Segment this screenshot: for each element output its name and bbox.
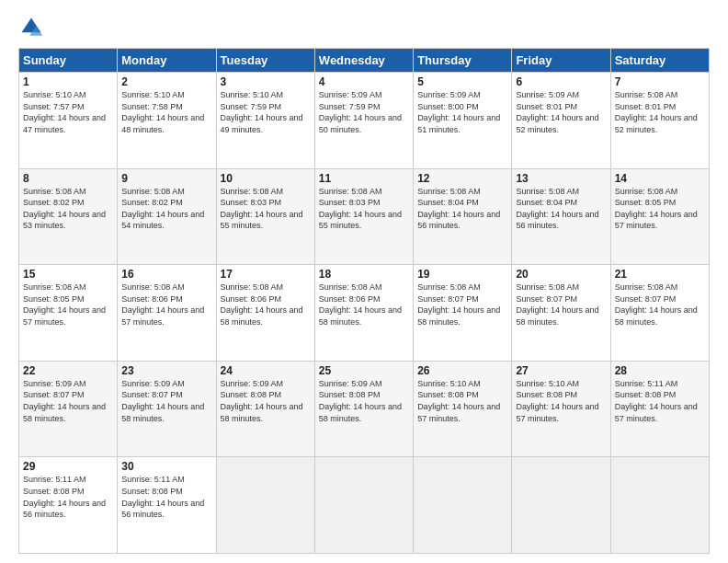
day-info: Sunrise: 5:10 AMSunset: 8:08 PMDaylight:… bbox=[516, 378, 606, 424]
empty-cell bbox=[512, 457, 610, 554]
day-info: Sunrise: 5:08 AMSunset: 8:01 PMDaylight:… bbox=[615, 89, 705, 135]
day-info: Sunrise: 5:08 AMSunset: 8:07 PMDaylight:… bbox=[417, 282, 507, 327]
day-info: Sunrise: 5:08 AMSunset: 8:03 PMDaylight:… bbox=[221, 186, 311, 232]
day-cell-15: 15Sunrise: 5:08 AMSunset: 8:05 PMDayligh… bbox=[19, 265, 118, 362]
day-info: Sunrise: 5:09 AMSunset: 7:59 PMDaylight:… bbox=[319, 89, 409, 135]
day-number: 22 bbox=[23, 364, 113, 377]
empty-cell bbox=[216, 457, 314, 554]
calendar-table: SundayMondayTuesdayWednesdayThursdayFrid… bbox=[18, 48, 710, 554]
day-number: 10 bbox=[221, 172, 311, 185]
day-number: 28 bbox=[615, 364, 705, 377]
day-info: Sunrise: 5:08 AMSunset: 8:05 PMDaylight:… bbox=[23, 282, 113, 327]
day-number: 14 bbox=[615, 172, 705, 185]
day-number: 16 bbox=[121, 268, 211, 281]
logo-icon bbox=[18, 15, 44, 40]
day-info: Sunrise: 5:08 AMSunset: 8:07 PMDaylight:… bbox=[516, 282, 606, 327]
empty-cell bbox=[610, 457, 709, 554]
day-number: 5 bbox=[417, 75, 507, 88]
day-number: 29 bbox=[23, 460, 113, 473]
day-number: 26 bbox=[417, 364, 507, 377]
day-header-monday: Monday bbox=[118, 49, 216, 73]
day-cell-29: 29Sunrise: 5:11 AMSunset: 8:08 PMDayligh… bbox=[19, 457, 118, 554]
day-number: 20 bbox=[516, 268, 606, 281]
day-info: Sunrise: 5:09 AMSunset: 8:08 PMDaylight:… bbox=[221, 378, 311, 424]
day-number: 1 bbox=[23, 75, 113, 88]
day-cell-11: 11Sunrise: 5:08 AMSunset: 8:03 PMDayligh… bbox=[314, 168, 413, 265]
day-cell-9: 9Sunrise: 5:08 AMSunset: 8:02 PMDaylight… bbox=[118, 168, 216, 265]
day-info: Sunrise: 5:10 AMSunset: 7:59 PMDaylight:… bbox=[221, 89, 311, 135]
day-number: 27 bbox=[516, 364, 606, 377]
logo bbox=[18, 15, 48, 40]
day-number: 19 bbox=[417, 268, 507, 281]
day-cell-2: 2Sunrise: 5:10 AMSunset: 7:58 PMDaylight… bbox=[118, 73, 216, 169]
day-number: 12 bbox=[417, 172, 507, 185]
day-number: 4 bbox=[319, 75, 409, 88]
week-row-5: 29Sunrise: 5:11 AMSunset: 8:08 PMDayligh… bbox=[19, 457, 710, 554]
day-cell-4: 4Sunrise: 5:09 AMSunset: 7:59 PMDaylight… bbox=[314, 73, 413, 169]
day-info: Sunrise: 5:08 AMSunset: 8:06 PMDaylight:… bbox=[221, 282, 311, 327]
day-number: 9 bbox=[121, 172, 211, 185]
day-cell-28: 28Sunrise: 5:11 AMSunset: 8:08 PMDayligh… bbox=[610, 361, 709, 457]
header bbox=[18, 15, 710, 40]
day-cell-14: 14Sunrise: 5:08 AMSunset: 8:05 PMDayligh… bbox=[610, 168, 709, 265]
week-row-4: 22Sunrise: 5:09 AMSunset: 8:07 PMDayligh… bbox=[19, 361, 710, 457]
day-number: 18 bbox=[319, 268, 409, 281]
day-number: 8 bbox=[23, 172, 113, 185]
day-number: 11 bbox=[319, 172, 409, 185]
day-number: 13 bbox=[516, 172, 606, 185]
day-info: Sunrise: 5:09 AMSunset: 8:07 PMDaylight:… bbox=[23, 378, 113, 424]
day-cell-6: 6Sunrise: 5:09 AMSunset: 8:01 PMDaylight… bbox=[512, 73, 610, 169]
day-info: Sunrise: 5:09 AMSunset: 8:08 PMDaylight:… bbox=[319, 378, 409, 424]
day-info: Sunrise: 5:10 AMSunset: 7:58 PMDaylight:… bbox=[121, 89, 211, 135]
day-info: Sunrise: 5:08 AMSunset: 8:03 PMDaylight:… bbox=[319, 186, 409, 232]
day-cell-22: 22Sunrise: 5:09 AMSunset: 8:07 PMDayligh… bbox=[19, 361, 118, 457]
day-number: 7 bbox=[615, 75, 705, 88]
day-cell-20: 20Sunrise: 5:08 AMSunset: 8:07 PMDayligh… bbox=[512, 265, 610, 362]
day-number: 3 bbox=[221, 75, 311, 88]
day-cell-26: 26Sunrise: 5:10 AMSunset: 8:08 PMDayligh… bbox=[414, 361, 512, 457]
day-info: Sunrise: 5:10 AMSunset: 7:57 PMDaylight:… bbox=[23, 89, 113, 135]
day-number: 25 bbox=[319, 364, 409, 377]
day-info: Sunrise: 5:08 AMSunset: 8:02 PMDaylight:… bbox=[23, 186, 113, 232]
day-cell-1: 1Sunrise: 5:10 AMSunset: 7:57 PMDaylight… bbox=[19, 73, 118, 169]
day-info: Sunrise: 5:08 AMSunset: 8:07 PMDaylight:… bbox=[615, 282, 705, 327]
empty-cell bbox=[314, 457, 413, 554]
day-info: Sunrise: 5:08 AMSunset: 8:05 PMDaylight:… bbox=[615, 186, 705, 232]
day-cell-12: 12Sunrise: 5:08 AMSunset: 8:04 PMDayligh… bbox=[414, 168, 512, 265]
day-number: 24 bbox=[221, 364, 311, 377]
day-cell-7: 7Sunrise: 5:08 AMSunset: 8:01 PMDaylight… bbox=[610, 73, 709, 169]
day-info: Sunrise: 5:11 AMSunset: 8:08 PMDaylight:… bbox=[615, 378, 705, 424]
day-info: Sunrise: 5:11 AMSunset: 8:08 PMDaylight:… bbox=[121, 474, 211, 520]
day-cell-21: 21Sunrise: 5:08 AMSunset: 8:07 PMDayligh… bbox=[610, 265, 709, 362]
day-info: Sunrise: 5:10 AMSunset: 8:08 PMDaylight:… bbox=[417, 378, 507, 424]
day-header-friday: Friday bbox=[512, 49, 610, 73]
day-header-tuesday: Tuesday bbox=[216, 49, 314, 73]
week-row-3: 15Sunrise: 5:08 AMSunset: 8:05 PMDayligh… bbox=[19, 265, 710, 362]
day-info: Sunrise: 5:09 AMSunset: 8:00 PMDaylight:… bbox=[417, 89, 507, 135]
day-info: Sunrise: 5:08 AMSunset: 8:06 PMDaylight:… bbox=[121, 282, 211, 327]
day-cell-8: 8Sunrise: 5:08 AMSunset: 8:02 PMDaylight… bbox=[19, 168, 118, 265]
day-cell-3: 3Sunrise: 5:10 AMSunset: 7:59 PMDaylight… bbox=[216, 73, 314, 169]
week-row-1: 1Sunrise: 5:10 AMSunset: 7:57 PMDaylight… bbox=[19, 73, 710, 169]
page: SundayMondayTuesdayWednesdayThursdayFrid… bbox=[0, 0, 728, 563]
day-info: Sunrise: 5:08 AMSunset: 8:02 PMDaylight:… bbox=[121, 186, 211, 232]
day-info: Sunrise: 5:11 AMSunset: 8:08 PMDaylight:… bbox=[23, 474, 113, 520]
day-cell-27: 27Sunrise: 5:10 AMSunset: 8:08 PMDayligh… bbox=[512, 361, 610, 457]
day-cell-17: 17Sunrise: 5:08 AMSunset: 8:06 PMDayligh… bbox=[216, 265, 314, 362]
day-cell-19: 19Sunrise: 5:08 AMSunset: 8:07 PMDayligh… bbox=[414, 265, 512, 362]
day-header-saturday: Saturday bbox=[610, 49, 709, 73]
day-cell-24: 24Sunrise: 5:09 AMSunset: 8:08 PMDayligh… bbox=[216, 361, 314, 457]
day-info: Sunrise: 5:08 AMSunset: 8:04 PMDaylight:… bbox=[516, 186, 606, 232]
week-row-2: 8Sunrise: 5:08 AMSunset: 8:02 PMDaylight… bbox=[19, 168, 710, 265]
day-cell-23: 23Sunrise: 5:09 AMSunset: 8:07 PMDayligh… bbox=[118, 361, 216, 457]
day-info: Sunrise: 5:09 AMSunset: 8:07 PMDaylight:… bbox=[121, 378, 211, 424]
day-header-sunday: Sunday bbox=[19, 49, 118, 73]
calendar-header-row: SundayMondayTuesdayWednesdayThursdayFrid… bbox=[19, 49, 710, 73]
day-info: Sunrise: 5:08 AMSunset: 8:04 PMDaylight:… bbox=[417, 186, 507, 232]
day-number: 6 bbox=[516, 75, 606, 88]
day-number: 23 bbox=[121, 364, 211, 377]
day-number: 17 bbox=[221, 268, 311, 281]
day-number: 15 bbox=[23, 268, 113, 281]
day-number: 2 bbox=[121, 75, 211, 88]
day-number: 21 bbox=[615, 268, 705, 281]
